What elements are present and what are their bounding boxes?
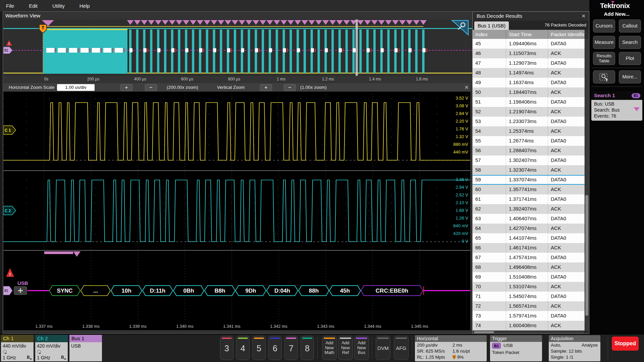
bus-field-B8h[interactable]: B8h (205, 286, 235, 296)
table-row[interactable]: 721.565741msACK (473, 301, 585, 311)
cell-packet-id: ACK (548, 87, 585, 97)
stopped-button[interactable]: Stopped (612, 337, 639, 351)
table-row[interactable]: 511.198406msDATA0 (473, 97, 585, 107)
column-index[interactable]: Index (473, 30, 506, 39)
table-row[interactable]: 741.600408msACK (473, 321, 585, 330)
decode-horizontal-scrollbar[interactable] (473, 331, 584, 334)
menu-utility[interactable]: Utility (52, 3, 65, 9)
results-table-button[interactable]: Results Table (593, 52, 615, 65)
channel-3-button[interactable]: 3 (220, 336, 233, 360)
table-row[interactable]: 551.26774msDATA0 (473, 136, 585, 146)
bus-field-D:04h[interactable]: D:04h (267, 286, 298, 296)
bus-field-9Dh[interactable]: 9Dh (235, 286, 266, 296)
table-row[interactable]: 591.337074msDATA0 (473, 175, 585, 185)
search1-badge[interactable]: Search 1 B1 Bus: USB Search: Bus Events:… (591, 91, 642, 121)
overview-time-label: 200 µs (87, 77, 99, 81)
cell-start-time: 1.565741ms (506, 301, 548, 311)
decode-vertical-scrollbar[interactable] (585, 39, 588, 330)
table-row[interactable]: 631.406407msDATA0 (473, 214, 585, 224)
logo-accent-icon (611, 1, 614, 3)
table-row[interactable]: 711.545074msDATA0 (473, 292, 585, 301)
horizontal-zoom-scale-value[interactable]: 1.00 us/div (57, 84, 95, 91)
column-start-time[interactable]: Start Time (506, 30, 548, 39)
hzoom-minus-button[interactable]: − (145, 84, 157, 91)
acquisition-body: Auto, Analyze Sample: 12 bits Single: 1 … (549, 342, 600, 361)
add-new-ref-button[interactable]: AddNewRef (338, 336, 353, 360)
bus-expand-button[interactable] (14, 287, 27, 295)
measure-button[interactable]: Measure (593, 36, 615, 49)
button-label: AddNewBus (355, 341, 369, 355)
table-row[interactable]: 641.427074msACK (473, 224, 585, 233)
vzoom-plus-button[interactable]: + (260, 84, 272, 91)
table-row[interactable]: 661.461741msACK (473, 243, 585, 253)
table-row[interactable]: 471.129073msDATA0 (473, 58, 585, 68)
afg-button[interactable]: AFG (394, 336, 409, 360)
bus-field-...[interactable]: ... (81, 286, 110, 296)
column-packet-identifier[interactable]: Packet Identifier (548, 30, 585, 39)
table-row[interactable]: 681.496408msACK (473, 262, 585, 272)
dvm-button[interactable]: DVM (376, 336, 390, 360)
zoom-close-icon[interactable]: ✕ (463, 84, 470, 91)
menu-edit[interactable]: Edit (29, 3, 38, 9)
table-row[interactable]: 531.233073msDATA0 (473, 117, 585, 126)
bus-field-88h[interactable]: 88h (299, 286, 329, 296)
table-row[interactable]: 481.14974msACK (473, 68, 585, 78)
acquisition-badge[interactable]: Acquisition Auto, Analyze Sample: 12 bit… (549, 335, 600, 361)
table-row[interactable]: 451.094406msDATA0 (473, 39, 585, 49)
bus-field-CRC:EBE0h[interactable]: CRC:EBE0h (361, 286, 423, 296)
decode-panel-close-icon[interactable]: ✕ (581, 12, 586, 20)
plot-button[interactable]: Plot (619, 52, 641, 65)
ch1-tag: C 1 (3, 126, 16, 134)
vzoom-minus-button[interactable]: − (284, 84, 296, 91)
table-row[interactable]: 691.510408msDATA0 (473, 272, 585, 282)
bus1-badge[interactable]: Bus 1 USB (69, 335, 102, 361)
channel-8-button[interactable]: 8 (301, 336, 314, 360)
table-row[interactable]: 701.531074msACK (473, 282, 585, 292)
channel-6-button[interactable]: 6 (268, 336, 282, 360)
table-row[interactable]: 621.392407msACK (473, 204, 585, 214)
horizontal-badge[interactable]: Horizontal 200 µs/div 2 ms SR: 625 MS/s … (415, 335, 487, 361)
bus-field-SYNC[interactable]: SYNC (49, 286, 80, 296)
hzoom-plus-button[interactable]: + (120, 84, 132, 91)
tab-bus1-usb[interactable]: Bus 1 (USB) (474, 21, 509, 30)
callout-button[interactable]: Callout (619, 19, 641, 33)
table-row[interactable]: 671.475741msDATA0 (473, 253, 585, 262)
vertical-scroll-thumb[interactable] (585, 195, 588, 316)
table-row[interactable]: 611.371741msDATA0 (473, 194, 585, 204)
menu-file[interactable]: File (6, 3, 14, 9)
channel-7-button[interactable]: 7 (284, 336, 298, 360)
channel-4-button[interactable]: 4 (236, 336, 250, 360)
table-row[interactable]: 561.288407msACK (473, 146, 585, 156)
ch1-badge[interactable]: Ch 1 440 mV/div 1 GHz Bw (1, 335, 34, 361)
cursors-button[interactable]: Cursors (593, 19, 615, 33)
bus-field-D:11h[interactable]: D:11h (143, 286, 173, 296)
table-row[interactable]: 491.16374msDATA0 (473, 78, 585, 87)
table-row[interactable]: 731.579741msDATA0 (473, 311, 585, 321)
table-row[interactable]: 541.25374msACK (473, 126, 585, 136)
table-row[interactable]: 501.184407msACK (473, 87, 585, 97)
table-row[interactable]: 601.357741msACK (473, 185, 585, 194)
add-new-math-button[interactable]: AddNewMath (322, 336, 337, 360)
horizontal-title: Horizontal (415, 335, 487, 342)
ch2-badge[interactable]: Ch 2 420 mV/div 1 GHz Bw (35, 335, 68, 361)
more-button[interactable]: More... (619, 70, 641, 83)
bus-field-10h[interactable]: 10h (111, 286, 142, 296)
trigger-badge[interactable]: Trigger B1 USB Token Packet (490, 335, 542, 361)
menu-help[interactable]: Help (79, 3, 90, 9)
table-row[interactable]: 521.219074msACK (473, 107, 585, 117)
horizontal-scroll-thumb[interactable] (474, 331, 494, 333)
table-row[interactable]: 571.302407msDATA0 (473, 156, 585, 165)
zoom-select-button[interactable] (593, 70, 615, 83)
add-new-bus-button[interactable]: AddNewBus (354, 336, 369, 360)
bus-field-45h[interactable]: 45h (329, 286, 361, 296)
search-button[interactable]: Search (619, 36, 641, 49)
search1-dropdown-icon[interactable] (634, 107, 640, 111)
channel-5-button[interactable]: 5 (252, 336, 266, 360)
cell-packet-id: DATA0 (548, 58, 585, 68)
table-row[interactable]: 651.441074msDATA0 (473, 233, 585, 243)
button-label: DVM (376, 345, 390, 351)
bus-field-0Bh[interactable]: 0Bh (173, 286, 204, 296)
table-row[interactable]: 461.115073msACK (473, 49, 585, 58)
zoom-waveform-plot[interactable]: 3.52 V3.08 V2.64 V2.20 V1.76 V1.32 V880 … (3, 92, 470, 330)
table-row[interactable]: 581.323074msACK (473, 165, 585, 175)
